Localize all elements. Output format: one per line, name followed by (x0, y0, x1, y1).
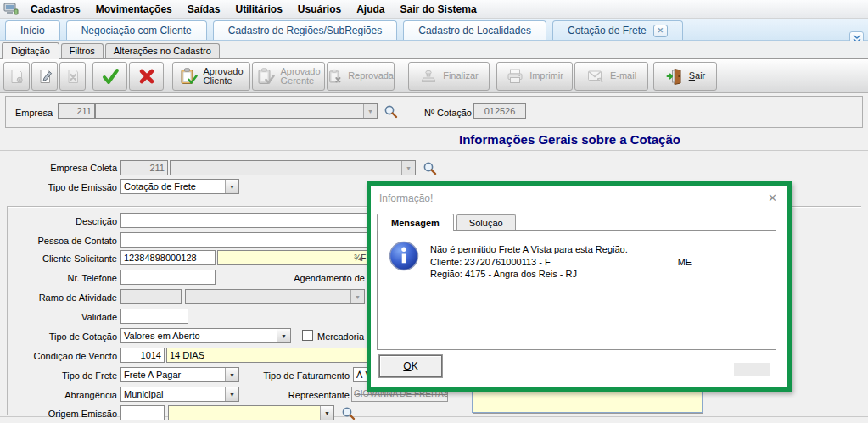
empresa-code-input[interactable] (58, 103, 95, 119)
tab-cotacao-frete[interactable]: Cotação de Frete (552, 20, 683, 40)
menu-utilitarios[interactable]: Utilitários (227, 2, 289, 17)
nr-telefone-input[interactable] (120, 270, 216, 285)
edit-record-button[interactable] (31, 62, 58, 91)
menu-cadastros[interactable]: Cadastros (23, 2, 88, 17)
condicao-vencto-code-input[interactable] (120, 348, 165, 363)
ok-button[interactable]: OK (379, 355, 442, 377)
finalizar-button[interactable]: Finalizar (408, 62, 490, 91)
dialog-disabled-placeholder (734, 363, 770, 376)
tipo-faturamento-label: Tipo de Faturamento (255, 370, 350, 381)
dialog-message: Não é permitido Frete A Vista para esta … (430, 243, 692, 281)
tab-close-icon[interactable] (653, 25, 668, 37)
menu-usuarios[interactable]: Usuários (290, 2, 349, 17)
dropdown-arrow-icon[interactable] (277, 329, 290, 342)
origem-emissao-code-input[interactable] (120, 405, 165, 420)
toolbar: AprovadoCliente AprovadoGerente Reprovad… (0, 59, 868, 93)
new-record-icon (8, 68, 25, 85)
app-icon (3, 3, 19, 15)
menu-bar: Cadastros Movimentações Saídas Utilitári… (0, 0, 868, 19)
dropdown-arrow-icon[interactable] (350, 290, 364, 303)
dropdown-arrow-icon[interactable] (225, 368, 238, 381)
app-window: Cadastros Movimentações Saídas Utilitári… (0, 0, 868, 423)
dialog-close-icon[interactable] (768, 192, 777, 204)
dropdown-arrow-icon[interactable] (225, 180, 238, 193)
cross-icon (137, 67, 156, 86)
tab-cadastro-localidades[interactable]: Cadastro de Localidades (403, 20, 546, 40)
mercadoria-checkbox[interactable] (302, 330, 313, 341)
tipo-frete-label: Tipo de Frete (7, 370, 117, 381)
stamp-icon (419, 67, 438, 86)
dialog-tab-mensagem[interactable]: Mensagem (377, 214, 454, 231)
nr-telefone-label: Nr. Telefone (7, 273, 117, 283)
subtab-alteracoes[interactable]: Alterações no Cadastro (105, 43, 220, 58)
empresa-coleta-label: Empresa Coleta (7, 163, 117, 173)
tipo-cotacao-combo[interactable]: Valores em Aberto (120, 328, 291, 343)
subtab-filtros[interactable]: Filtros (61, 43, 104, 58)
tipo-emissao-combo[interactable]: Cotação de Frete (120, 179, 239, 194)
dropdown-arrow-icon[interactable] (225, 387, 238, 401)
dialog-title: Informação! (371, 186, 787, 209)
validade-input[interactable] (120, 309, 188, 324)
email-button[interactable]: E-mail (574, 62, 648, 91)
dialog-message-panel: Não é permitido Frete A Vista para esta … (377, 230, 776, 350)
aprovado-cliente-button[interactable]: AprovadoCliente (172, 62, 250, 91)
dropdown-arrow-icon[interactable] (401, 161, 415, 175)
representante-label: Representante (263, 390, 350, 400)
empresa-label: Empresa (15, 108, 53, 118)
ramo-atividade-combo[interactable] (185, 289, 365, 304)
new-record-button[interactable] (3, 62, 30, 91)
menu-ajuda[interactable]: Ajuda (349, 2, 392, 17)
clipboard-x-icon (328, 67, 343, 86)
abrangencia-combo[interactable]: Municipal (120, 387, 239, 402)
imprimir-button[interactable]: Imprimir (496, 62, 573, 91)
tab-negociacao-com-cliente[interactable]: Negociação com Cliente (66, 20, 207, 40)
menu-movimentacoes[interactable]: Movimentações (88, 2, 180, 17)
tab-inicio[interactable]: Início (5, 20, 60, 40)
message-line-1: Não é permitido Frete A Vista para esta … (430, 243, 692, 256)
cliente-nome-fragment: ¾F (354, 253, 366, 263)
tipo-emissao-label: Tipo de Emissão (7, 182, 117, 192)
empresa-coleta-combo[interactable] (170, 160, 416, 175)
cliente-solicitante-label: Cliente Solicitante (7, 253, 117, 264)
empresa-coleta-code-input[interactable] (120, 160, 168, 175)
pessoa-contato-label: Pessoa de Contato (7, 236, 117, 246)
section-title: Informações Gerais sobre a Cotação (0, 129, 868, 151)
num-cotacao-input[interactable] (473, 103, 526, 119)
dialog-tab-bar: Mensagem Solução (377, 212, 518, 231)
origem-emissao-label: Origem Emissão (7, 409, 117, 419)
descricao-label: Descrição (7, 216, 117, 226)
delete-record-button[interactable] (59, 62, 86, 91)
tipo-cotacao-label: Tipo de Cotação (7, 331, 117, 342)
info-dialog: Informação! Mensagem Solução Não é permi… (367, 181, 792, 392)
tab-bar: Início Negociação com Cliente Cadastro d… (0, 19, 868, 41)
dialog-tab-solucao[interactable]: Solução (456, 214, 516, 231)
ramo-atividade-code-input[interactable] (120, 289, 182, 304)
condicao-vencto-label: Condição de Vencto (7, 351, 117, 361)
empresa-coleta-search-icon[interactable] (423, 161, 437, 177)
reprovada-button[interactable]: Reprovada (327, 62, 395, 91)
ramo-atividade-label: Ramo de Atividade (7, 292, 117, 303)
cliente-solicitante-code-input[interactable] (120, 250, 216, 265)
agendamento-label: Agendamento de (272, 273, 365, 283)
cancel-button[interactable] (129, 62, 164, 91)
menu-sair-do-sistema[interactable]: Sair do Sistema (393, 2, 484, 17)
printer-icon (506, 67, 524, 86)
origem-emissao-combo[interactable] (168, 405, 334, 420)
tipo-frete-combo[interactable]: Frete A Pagar (120, 367, 239, 382)
confirm-button[interactable] (92, 62, 127, 91)
info-icon (388, 240, 420, 274)
sair-button[interactable]: Sair (653, 62, 717, 91)
empresa-combo[interactable] (95, 103, 378, 119)
edit-pencil-icon (36, 68, 53, 85)
message-line-3: Região: 4175 - Angra dos Reis - RJ (430, 268, 692, 281)
dropdown-arrow-icon[interactable] (363, 104, 377, 118)
dropdown-arrow-icon[interactable] (320, 406, 333, 420)
validade-label: Validade (7, 312, 117, 322)
origem-emissao-search-icon[interactable] (341, 406, 356, 422)
num-cotacao-label: Nº Cotação (424, 108, 472, 118)
empresa-search-icon[interactable] (384, 104, 398, 120)
subtab-digitacao[interactable]: Digitação (2, 42, 59, 59)
tab-cadastro-regioes[interactable]: Cadastro de Regiões/SubRegiões (213, 20, 397, 40)
menu-saidas[interactable]: Saídas (180, 2, 228, 17)
aprovado-gerente-button[interactable]: AprovadoGerente (252, 62, 325, 91)
